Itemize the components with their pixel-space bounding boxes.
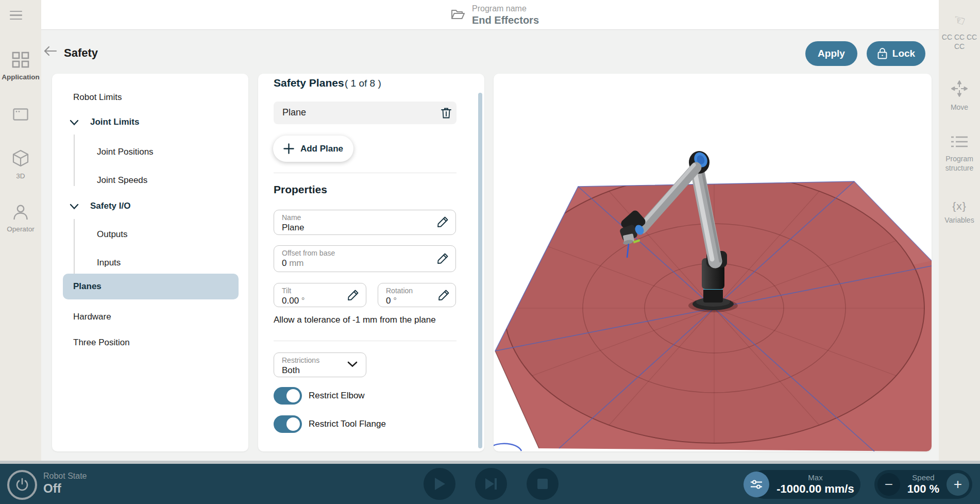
sidebar-item-label: Application: [0, 73, 41, 81]
tolerance-text: Allow a tolerance of -1 mm from the plan…: [274, 315, 436, 325]
polyscope-window: Application 3D Operator: [0, 0, 980, 504]
offset-value: 0: [282, 258, 286, 268]
tree-item-joint-limits[interactable]: Joint Limits: [90, 117, 139, 127]
tree-item-planes-selected[interactable]: Planes: [63, 274, 239, 299]
sidebar-item-label: Operator: [0, 225, 41, 233]
step-button[interactable]: [475, 468, 507, 500]
person-icon: [12, 204, 29, 220]
power-button[interactable]: [7, 470, 37, 500]
divider: [274, 341, 457, 341]
tree-item-hardware[interactable]: Hardware: [73, 312, 111, 322]
tree-item-outputs[interactable]: Outputs: [97, 229, 128, 240]
plus-icon: [283, 143, 294, 154]
main-area: Safety Apply Lock Robot Limits Joint Lim…: [41, 30, 939, 461]
tilt-unit: °: [301, 296, 305, 306]
sidebar-item-3d[interactable]: 3D: [0, 149, 41, 180]
max-value: -1000.00 mm/s: [774, 482, 856, 496]
cube-icon: [12, 149, 29, 167]
rotation-unit: °: [393, 296, 397, 306]
program-info[interactable]: Program name End Effectors: [451, 4, 539, 26]
sidebar-item-operator[interactable]: Operator: [0, 204, 41, 233]
tilt-field[interactable]: Tilt 0.00 °: [274, 283, 366, 307]
tree-item-planes-label: Planes: [73, 281, 102, 292]
tree-item-safety-io[interactable]: Safety I/O: [90, 201, 130, 211]
footer-bar: Robot State Off: [0, 464, 980, 504]
lock-icon: [877, 47, 888, 60]
edit-pencil-icon[interactable]: [436, 215, 449, 229]
max-label: Max: [774, 473, 856, 482]
restrict-elbow-label: Restrict Elbow: [309, 391, 365, 401]
safety-tree-panel: Robot Limits Joint Limits Joint Position…: [52, 74, 248, 451]
stop-button[interactable]: [527, 468, 559, 500]
chevron-down-icon[interactable]: [70, 120, 79, 126]
chevron-down-icon[interactable]: [70, 204, 79, 210]
page-title: Safety: [64, 46, 98, 60]
restrict-tool-flange-toggle[interactable]: [274, 415, 302, 433]
tree-item-inputs[interactable]: Inputs: [97, 258, 121, 268]
sidebar-item-program-structure[interactable]: Program structure: [939, 135, 980, 173]
menu-icon[interactable]: [10, 11, 22, 21]
edit-pencil-icon[interactable]: [436, 252, 449, 265]
program-name-value: End Effectors: [472, 14, 539, 26]
sidebar-item-label: 3D: [0, 172, 41, 180]
lock-label: Lock: [892, 48, 915, 59]
tilt-field-label: Tilt: [282, 287, 291, 295]
offset-field-label: Offset from base: [282, 249, 335, 257]
tree-connector: [74, 219, 75, 274]
edit-pencil-icon[interactable]: [437, 289, 450, 302]
add-plane-button[interactable]: Add Plane: [273, 136, 353, 162]
3d-viewport[interactable]: [494, 74, 932, 451]
edit-pencil-icon[interactable]: [346, 289, 360, 302]
sidebar-item-application[interactable]: Application: [0, 52, 41, 81]
chevron-down-icon: [347, 361, 358, 367]
speed-increase-button[interactable]: +: [947, 473, 969, 496]
sidebar-item-move[interactable]: Move: [939, 80, 980, 112]
sidebar-item-screen[interactable]: [0, 108, 41, 123]
tree-item-robot-limits[interactable]: Robot Limits: [73, 92, 122, 103]
play-icon: [433, 477, 446, 491]
speed-settings-button[interactable]: [744, 472, 769, 497]
robot-state-label: Robot State: [43, 472, 87, 481]
sidebar-item-variables[interactable]: {x} Variables: [939, 200, 980, 225]
restrict-elbow-toggle[interactable]: [274, 387, 302, 405]
grid-icon: [12, 52, 29, 68]
sliders-icon: [750, 479, 763, 490]
restrictions-dropdown[interactable]: Restrictions Both: [274, 352, 366, 377]
back-button[interactable]: [42, 44, 60, 62]
program-structure-icon: [951, 135, 968, 148]
apply-button[interactable]: Apply: [805, 41, 857, 66]
move-arrows-icon: [951, 80, 968, 97]
tree-item-three-position[interactable]: Three Position: [73, 338, 130, 348]
panel-scrollbar[interactable]: [478, 93, 482, 448]
tree-item-joint-speeds[interactable]: Joint Speeds: [97, 175, 147, 186]
add-plane-label: Add Plane: [300, 144, 343, 154]
offset-unit: mm: [289, 258, 303, 268]
toggle-knob: [286, 417, 300, 431]
restrict-tool-flange-row: Restrict Tool Flange: [274, 415, 386, 433]
program-structure-label: Program structure: [939, 154, 980, 173]
right-sidebar: ☜ CC CC CC CC Move Pr: [939, 0, 980, 461]
rotation-value: 0: [386, 296, 391, 306]
plane-item-label: Plane: [282, 107, 306, 118]
toggle-knob: [286, 389, 300, 402]
safety-plane-3d-scene: [494, 74, 932, 451]
hand-pointer-icon: ☜: [951, 11, 968, 30]
tree-item-joint-positions[interactable]: Joint Positions: [97, 147, 154, 157]
panel-title: Safety Planes: [274, 77, 344, 89]
variables-label: Variables: [939, 215, 980, 225]
plane-list-item[interactable]: Plane: [274, 102, 457, 124]
offset-field[interactable]: Offset from base 0 mm: [274, 245, 456, 272]
lock-button[interactable]: Lock: [867, 41, 925, 66]
sidebar-item-cc[interactable]: ☜ CC CC CC CC: [939, 12, 980, 51]
tilt-value: 0.00: [282, 296, 299, 306]
restrictions-label: Restrictions: [282, 356, 319, 364]
trash-icon[interactable]: [440, 107, 452, 119]
max-speed-pill: Max -1000.00 mm/s: [750, 470, 860, 499]
rotation-field[interactable]: Rotation 0 °: [378, 283, 456, 307]
speed-decrease-button[interactable]: −: [877, 473, 900, 496]
name-field[interactable]: Name Plane: [274, 210, 456, 235]
left-sidebar: Application 3D Operator: [0, 0, 41, 461]
speed-value: 100 %: [901, 482, 945, 496]
play-button[interactable]: [424, 468, 455, 500]
plane-count: ( 1 of 8 ): [345, 78, 381, 89]
